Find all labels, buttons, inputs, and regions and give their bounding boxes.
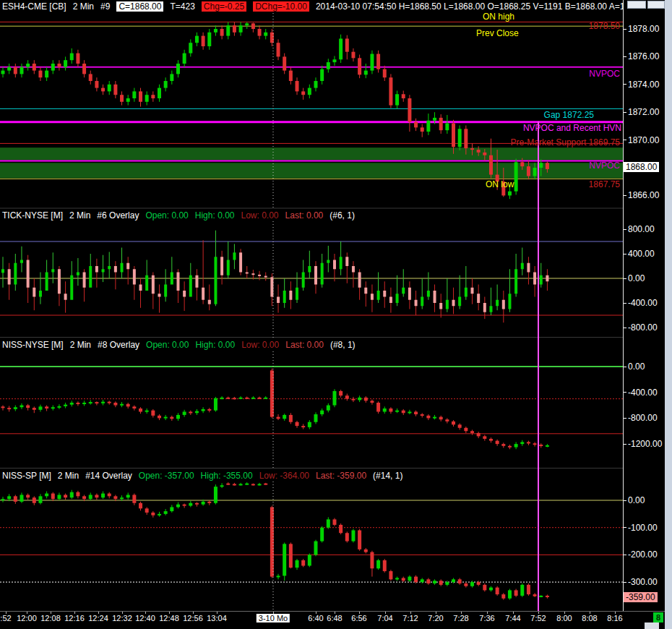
high-value: High: 0.00 [195, 340, 235, 350]
scale-tick-label: -400.00 [628, 388, 658, 398]
scale-tick-mark [624, 229, 626, 230]
time-axis-label: :52 [0, 614, 11, 622]
panel2-candles[interactable] [1, 231, 548, 323]
time-axis-label: 12:08 [40, 614, 61, 622]
chart-annotation: Pre-Market Support 1869.75 [511, 137, 620, 147]
panel3-candles[interactable] [1, 369, 549, 450]
price-chart-canvas[interactable] [0, 0, 623, 612]
scale-tick-mark [624, 418, 626, 419]
chart-number-label: #9 [100, 1, 110, 12]
scale-corner-button[interactable] [647, 1, 665, 9]
interval-label: 2 Min [70, 340, 91, 350]
time-axis-label: 7:04 [377, 614, 392, 622]
time-axis-label: 8:08 [582, 614, 597, 622]
change-value: Chg=-0.25 [202, 1, 246, 12]
resize-grip[interactable] [645, 622, 659, 629]
price-scale[interactable]: 1878.001876.001874.001872.001870.001866.… [623, 0, 665, 629]
scale-tick-mark [624, 555, 626, 555]
scale-tick-label: 0.00 [628, 495, 645, 505]
time-axis-label: 12:16 [64, 614, 85, 622]
chart-number-label: #8 Overlay [98, 340, 139, 350]
open-value: Open: 0.00 [146, 340, 189, 350]
scale-tick-mark [624, 29, 626, 30]
daily-change-value: DChg=-10.00 [253, 1, 309, 12]
interval-label: 2 Min [58, 471, 79, 481]
scale-tick-label: 1874.00 [628, 80, 659, 90]
scale-tick-mark [624, 444, 626, 445]
scale-tick-mark [624, 328, 626, 328]
scale-tick-label: 1876.00 [628, 51, 659, 61]
time-axis[interactable]: :5212:0012:0812:1612:2412:3212:4012:4812… [0, 611, 665, 629]
scale-tick-mark [624, 112, 626, 113]
scale-corner-button[interactable] [627, 1, 646, 9]
chart-annotation: ON low [486, 179, 514, 189]
study-id: (#8, 1) [330, 340, 356, 350]
scale-tick-label: 800.00 [628, 224, 655, 234]
time-axis-label: 6:48 [327, 614, 342, 622]
session-date-label: 3-10 Mo [257, 614, 290, 622]
scale-tick-label: 1878.00 [628, 24, 659, 34]
scale-tick-mark [624, 278, 626, 279]
last-value: Last: 0.00 [285, 340, 324, 350]
chart-annotation: Prev Close [476, 28, 519, 38]
scale-tick-mark [624, 500, 626, 501]
chart-annotation: NVPOC and Recent HVN [523, 123, 621, 133]
chart-annotation: ON high [483, 12, 514, 22]
scale-tick-mark [624, 84, 626, 85]
time-axis-label: 8:00 [556, 614, 572, 622]
low-value: Low: -364.00 [259, 471, 309, 481]
time-axis-label: 12:40 [135, 614, 155, 622]
time-axis-label: 12:24 [88, 614, 108, 622]
symbol-label: NISS-SP [M] [2, 471, 51, 481]
interval-label: 2 Min [73, 1, 94, 12]
open-value: Open: -357.00 [139, 471, 194, 481]
panel3-header: NISS-NYSE [M] 2 Min #8 Overlay Open: 0.0… [2, 338, 356, 351]
scale-tick-label: 1872.00 [628, 107, 659, 117]
scale-tick-label: 0.00 [628, 361, 645, 372]
open-value: Open: 0.00 [145, 210, 188, 221]
scale-tick-label: 0.00 [628, 273, 645, 283]
time-axis-label: 12:32 [112, 614, 132, 622]
scale-tick-mark [624, 367, 626, 367]
time-axis-label: 12:56 [183, 614, 203, 622]
ohlc-info: 2014-03-10 07:54:50 H=1868.50 L=1868.00 … [316, 1, 672, 12]
window-right-edge [665, 0, 672, 629]
scale-tick-label: -800.00 [628, 322, 658, 333]
scale-tick-mark [624, 195, 626, 196]
scale-tick-label: -300.00 [628, 577, 658, 587]
scale-tick-mark [624, 392, 626, 393]
high-value: High: 0.00 [195, 210, 235, 221]
symbol-label: ESH4-CME [CB] [2, 1, 66, 12]
panel1-header: ESH4-CME [CB] 2 Min #9 C=1868.00 T=423 C… [2, 0, 672, 12]
scale-tick-mark [624, 56, 626, 57]
time-axis-label: 7:52 [530, 614, 546, 622]
scale-tick-label: -200.00 [628, 549, 658, 560]
chart-annotation: Gap 1872.25 [544, 110, 594, 120]
interval-label: 2 Min [69, 210, 90, 221]
time-axis-label: 7:36 [479, 614, 494, 622]
trades-value: T=423 [170, 1, 194, 12]
time-axis-label: 12:00 [17, 614, 37, 622]
scale-tick-label: -100.00 [628, 523, 658, 533]
last-value: Last: 0.00 [285, 210, 324, 221]
scale-tick-label: 1866.00 [628, 190, 659, 200]
chart-number-label: #6 Overlay [97, 210, 139, 221]
close-value: C=1868.00 [116, 1, 163, 12]
scale-tick-label: 1870.00 [628, 135, 659, 145]
time-axis-label: 6:56 [351, 614, 366, 622]
scale-tick-mark [624, 254, 626, 254]
time-axis-label: 7:20 [428, 614, 443, 622]
time-axis-label: 12:48 [159, 614, 179, 622]
scale-tick-label: -800.00 [628, 413, 658, 423]
time-axis-label: 7:12 [402, 614, 418, 622]
symbol-label: TICK-NYSE [M] [2, 210, 63, 221]
chart-annotation: 1867.75 [589, 179, 620, 189]
high-value: High: -355.00 [201, 471, 253, 481]
chart-annotation: NVPOC [589, 69, 620, 79]
current-price-box: 1868.00 [624, 162, 659, 172]
scale-tick-mark [624, 527, 626, 528]
low-value: Low: 0.00 [241, 210, 278, 221]
study-id: (#14, 1) [373, 471, 402, 481]
low-value: Low: 0.00 [241, 340, 279, 350]
scale-tick-mark [624, 303, 626, 304]
